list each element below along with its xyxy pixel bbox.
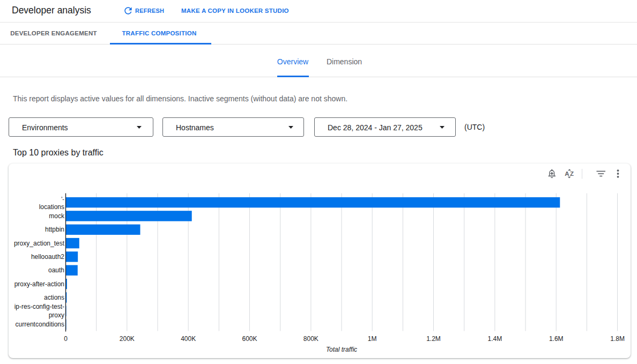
svg-text:Total traffic: Total traffic (325, 346, 357, 353)
svg-text:proxy-after-action: proxy-after-action (14, 280, 64, 288)
svg-text:locations: locations (39, 203, 64, 211)
svg-text:'-: '- (61, 196, 64, 202)
svg-text:400K: 400K (181, 335, 196, 343)
svg-text:1M: 1M (367, 335, 376, 343)
svg-text:0: 0 (64, 335, 68, 343)
svg-text:actions: actions (43, 294, 64, 301)
svg-text:oauth: oauth (48, 266, 64, 274)
svg-text:1.6M: 1.6M (549, 335, 563, 343)
svg-text:600K: 600K (242, 335, 257, 343)
svg-text:1.2M: 1.2M (426, 335, 441, 343)
svg-text:httpbin: httpbin (45, 226, 64, 233)
svg-text:1.8M: 1.8M (610, 335, 625, 343)
svg-text:800K: 800K (303, 335, 318, 343)
svg-text:currentconditions: currentconditions (15, 321, 64, 328)
svg-text:proxy_action_test: proxy_action_test (13, 240, 64, 247)
svg-text:A: A (565, 170, 569, 177)
svg-text:200K: 200K (119, 335, 134, 343)
svg-text:proxy: proxy (48, 311, 64, 319)
svg-text:mock: mock (49, 212, 65, 220)
svg-text:ip-res-config-test-: ip-res-config-test- (14, 303, 64, 310)
svg-text:hellooauth2: hellooauth2 (31, 253, 64, 261)
svg-text:Z: Z (570, 170, 574, 177)
svg-text:1.4M: 1.4M (487, 335, 502, 343)
